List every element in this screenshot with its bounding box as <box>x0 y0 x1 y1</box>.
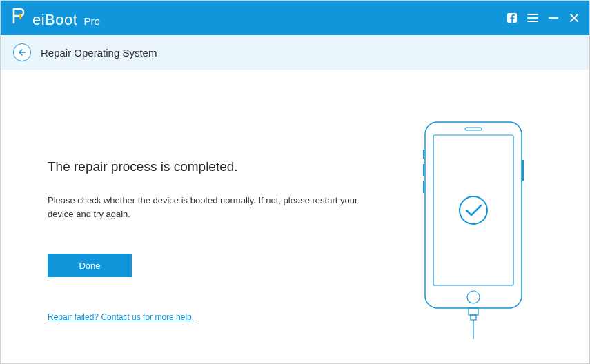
svg-rect-10 <box>465 128 482 130</box>
subheader: Repair Operating System <box>1 35 589 70</box>
check-icon <box>466 205 481 215</box>
svg-rect-17 <box>469 308 478 315</box>
done-button[interactable]: Done <box>48 254 132 277</box>
close-icon[interactable] <box>569 12 580 23</box>
phone-illustration <box>418 119 535 342</box>
svg-rect-0 <box>19 14 21 19</box>
minimize-icon[interactable] <box>548 12 559 23</box>
result-description: Please check whether the device is boote… <box>48 194 358 221</box>
svg-rect-18 <box>471 315 476 320</box>
back-button[interactable] <box>13 43 31 61</box>
brand: eiBoot Pro <box>10 7 100 29</box>
brand-name: eiBoot <box>32 11 77 29</box>
facebook-icon[interactable] <box>507 12 518 23</box>
menu-icon[interactable] <box>527 12 538 23</box>
help-link[interactable]: Repair failed? Contact us for more help. <box>48 312 194 322</box>
window-controls <box>507 12 580 23</box>
result-heading: The repair process is completed. <box>48 159 387 174</box>
titlebar: eiBoot Pro <box>1 1 589 35</box>
brand-logo <box>10 7 28 25</box>
svg-point-11 <box>467 291 480 303</box>
content-right <box>387 70 567 363</box>
page-title: Repair Operating System <box>41 47 157 59</box>
content: The repair process is completed. Please … <box>1 70 589 363</box>
back-arrow-icon <box>18 48 26 57</box>
brand-suffix: Pro <box>83 15 99 27</box>
logo-icon <box>10 7 28 25</box>
svg-rect-8 <box>425 122 522 308</box>
content-left: The repair process is completed. Please … <box>1 70 387 363</box>
svg-rect-9 <box>433 135 513 285</box>
svg-point-16 <box>460 196 487 224</box>
